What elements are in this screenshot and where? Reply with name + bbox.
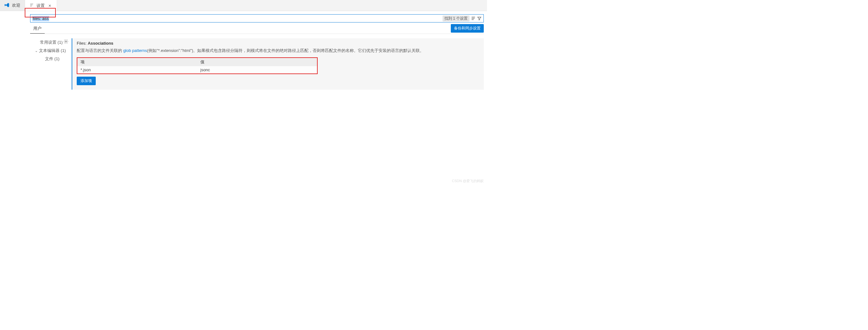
chevron-down-icon: ⌄ — [35, 49, 38, 53]
vscode-icon — [4, 3, 9, 8]
svg-point-0 — [65, 41, 67, 42]
clear-search-icon[interactable] — [471, 16, 476, 21]
row-key: *.json — [78, 66, 197, 73]
tree-item-editor[interactable]: ⌄ 文本编辑器 (1) — [35, 46, 63, 55]
setting-files-associations: Files: Associations 配置与语言的文件关联的 glob pat… — [72, 38, 484, 90]
col-key-header: 项 — [78, 58, 197, 66]
table-row[interactable]: *.json jsonc — [78, 66, 317, 73]
tree-item-common-label: 常用设置 (1) — [40, 40, 63, 45]
col-value-header: 值 — [197, 58, 317, 66]
tab-bar: 欢迎 设置 × — [0, 0, 487, 11]
setting-title: Files: Associations — [77, 41, 479, 45]
associations-table: 项 值 *.json jsonc — [77, 57, 318, 74]
setting-description: 配置与语言的文件关联的 glob patterns(例如"*.extension… — [77, 47, 479, 54]
scope-tab-user[interactable]: 用户 — [30, 24, 45, 34]
watermark: CSDN @爱飞的蚂蚁 — [452, 178, 484, 184]
tab-welcome[interactable]: 欢迎 — [0, 0, 25, 11]
glob-patterns-link[interactable]: glob patterns — [123, 48, 147, 53]
table-header: 项 值 — [78, 58, 317, 66]
filter-icon[interactable] — [477, 16, 482, 21]
close-icon[interactable]: × — [47, 3, 52, 8]
add-item-button[interactable]: 添加项 — [77, 77, 96, 85]
search-query-text: files: ass — [32, 16, 49, 21]
setting-name-label: Associations — [88, 41, 114, 45]
settings-tab-icon — [29, 3, 34, 8]
setting-desc-pre: 配置与语言的文件关联的 — [77, 48, 123, 53]
tab-settings-label: 设置 — [36, 3, 45, 8]
row-value: jsonc — [197, 66, 317, 73]
gear-icon[interactable] — [63, 38, 69, 90]
settings-search-input[interactable]: files: ass 找到 1 个设置 — [30, 14, 484, 23]
setting-desc-post: (例如"*.extension":"html")。如果模式包含路径分隔符，则模式… — [147, 48, 424, 53]
search-result-count: 找到 1 个设置 — [442, 15, 469, 22]
tab-settings[interactable]: 设置 × — [25, 0, 57, 11]
settings-main: Files: Associations 配置与语言的文件关联的 glob pat… — [63, 38, 487, 90]
settings-search-row: files: ass 找到 1 个设置 — [30, 14, 484, 23]
backup-sync-button[interactable]: 备份和同步设置 — [451, 24, 484, 33]
settings-subheader: 用户 备份和同步设置 — [30, 24, 484, 34]
tree-item-files[interactable]: 文件 (1) — [35, 55, 63, 63]
settings-tree: 常用设置 (1) ⌄ 文本编辑器 (1) 文件 (1) — [0, 38, 63, 90]
tree-item-common[interactable]: 常用设置 (1) — [35, 38, 63, 46]
tab-welcome-label: 欢迎 — [12, 3, 20, 8]
setting-group-label: Files: — [77, 41, 88, 45]
tree-item-files-label: 文件 (1) — [45, 56, 60, 62]
tree-item-editor-label: 文本编辑器 (1) — [39, 48, 66, 54]
